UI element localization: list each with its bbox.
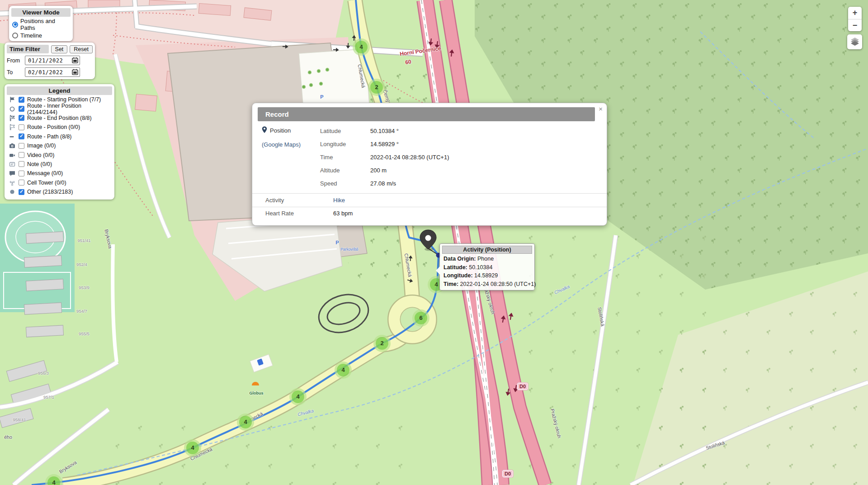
time-filter-panel: Time Filter Set Reset From To <box>5 43 95 79</box>
viewer-mode-option-1[interactable]: Timeline <box>11 31 71 39</box>
legend-item: Note (0/0) <box>7 160 112 169</box>
legend-item-label: Route - Path (8/8) <box>27 133 71 140</box>
google-maps-link[interactable]: (Google Maps) <box>262 141 301 148</box>
route-cluster-marker[interactable]: 2 <box>373 335 391 352</box>
legend-panel: Legend Route - Starting Position (7/7)Ro… <box>5 84 114 200</box>
cluster-count: 2 <box>376 337 388 350</box>
zoom-out-button[interactable]: − <box>848 19 862 31</box>
note-icon <box>9 161 16 168</box>
record-field-value: 200 m <box>370 167 387 174</box>
route-cluster-marker[interactable]: 2 <box>368 79 385 96</box>
record-field-label: Time <box>320 154 370 161</box>
flag-outline-icon <box>9 124 16 131</box>
legend-item-label: Route - Position (0/0) <box>27 124 80 130</box>
map-canvas[interactable] <box>0 0 868 485</box>
legend-item: Video (0/0) <box>7 150 112 159</box>
viewer-mode-title: Viewer Mode <box>11 8 71 17</box>
record-row-value: 63 bpm <box>333 210 353 217</box>
legend-item-label: Note (0/0) <box>27 161 52 167</box>
legend-item-label: Route - Inner Position (2144/2144) <box>27 103 112 115</box>
radio-icon[interactable] <box>12 33 18 38</box>
cluster-count: 2 <box>370 81 383 94</box>
legend-checkbox[interactable] <box>19 115 24 121</box>
calendar-icon[interactable] <box>72 69 78 76</box>
record-row-label: Activity <box>265 197 333 204</box>
record-field-row: Longitude14.58929 ° <box>320 138 598 151</box>
calendar-icon[interactable] <box>72 57 78 65</box>
legend-checkbox[interactable] <box>19 180 24 185</box>
legend-checkbox[interactable] <box>19 171 24 176</box>
map-viewer: ChlumeckáChlumeckáChlumeckáChlumeckáPraž… <box>0 0 868 485</box>
legend-item-label: Other (2183/2183) <box>27 189 73 195</box>
tooltip-line: Time: 2022-01-24 08:28:50 (UTC+1) <box>440 280 534 289</box>
record-popup: Record × Position (Google Maps) Latitude… <box>252 103 607 226</box>
legend-checkbox[interactable] <box>19 106 24 112</box>
layers-button[interactable] <box>847 34 862 49</box>
legend-item-label: Cell Tower (0/0) <box>27 180 66 186</box>
record-field-row: Latitude50.10384 ° <box>320 124 598 138</box>
set-button[interactable]: Set <box>51 45 68 53</box>
legend-checkbox[interactable] <box>19 161 24 167</box>
legend-checkbox[interactable] <box>19 152 24 158</box>
viewer-mode-option-0[interactable]: Positions and Paths <box>11 17 71 31</box>
video-icon <box>9 152 16 159</box>
to-label: To <box>7 69 22 76</box>
dot-icon <box>9 188 16 195</box>
legend-item: Image (0/0) <box>7 141 112 150</box>
cluster-count: 4 <box>47 476 60 485</box>
zoom-in-button[interactable]: + <box>848 7 862 19</box>
viewer-mode-option-label: Timeline <box>20 32 42 39</box>
legend-item: Cell Tower (0/0) <box>7 178 112 187</box>
record-field-row: Altitude200 m <box>320 164 598 177</box>
path-icon <box>9 133 16 140</box>
record-field-value: 14.58929 ° <box>370 141 399 147</box>
viewer-mode-option-label: Positions and Paths <box>20 18 70 31</box>
from-label: From <box>7 57 22 64</box>
cluster-count: 4 <box>186 442 199 454</box>
viewer-mode-panel: Viewer Mode Positions and PathsTimeline <box>9 6 73 41</box>
flag-icon <box>9 96 16 103</box>
route-cluster-marker[interactable]: 4 <box>289 388 307 405</box>
record-field-row: Speed27.08 m/s <box>320 177 598 190</box>
tooltip-line: Data Origin: Phone <box>440 255 534 263</box>
legend-checkbox[interactable] <box>19 97 24 103</box>
route-cluster-marker[interactable]: 4 <box>335 361 352 379</box>
route-cluster-marker[interactable]: 4 <box>237 414 254 431</box>
record-extra-row: Heart Rate63 bpm <box>252 207 607 220</box>
cluster-count: 4 <box>292 390 304 403</box>
route-cluster-marker[interactable]: 4 <box>184 439 201 456</box>
record-popup-title: Record <box>258 107 595 121</box>
legend-checkbox[interactable] <box>19 189 24 195</box>
location-pin-icon <box>262 126 267 135</box>
record-field-label: Latitude <box>320 128 370 134</box>
reset-button[interactable]: Reset <box>70 45 93 53</box>
record-field-label: Altitude <box>320 167 370 174</box>
record-extra-row: ActivityHike <box>252 193 607 207</box>
legend-checkbox[interactable] <box>19 133 24 139</box>
finish-flag-icon <box>9 114 16 122</box>
cell-tower-icon <box>9 179 16 186</box>
legend-checkbox[interactable] <box>19 124 24 130</box>
camera-icon <box>9 142 16 149</box>
record-field-value: 27.08 m/s <box>370 180 396 187</box>
zoom-control: + − <box>848 7 862 31</box>
tooltip-line: Longitude: 14.58929 <box>440 271 534 280</box>
close-icon[interactable]: × <box>599 105 603 112</box>
position-section-label: Position <box>270 127 291 134</box>
message-icon <box>9 170 16 177</box>
cluster-count: 4 <box>239 416 252 428</box>
record-field-value: 2022-01-24 08:28:50 (UTC+1) <box>370 154 449 161</box>
record-row-label: Heart Rate <box>265 210 333 217</box>
legend-item-label: Route - Starting Position (7/7) <box>27 96 101 103</box>
legend-item-label: Image (0/0) <box>27 143 56 149</box>
route-cluster-marker[interactable]: 6 <box>412 309 429 327</box>
record-field-label: Longitude <box>320 141 370 147</box>
route-cluster-marker[interactable]: 4 <box>353 38 370 56</box>
record-field-value: 50.10384 ° <box>370 128 399 134</box>
legend-checkbox[interactable] <box>19 143 24 149</box>
cluster-count: 4 <box>337 364 349 376</box>
radio-icon[interactable] <box>12 22 18 28</box>
legend-title: Legend <box>7 86 112 95</box>
layers-icon <box>850 36 860 48</box>
record-field-label: Speed <box>320 180 370 187</box>
